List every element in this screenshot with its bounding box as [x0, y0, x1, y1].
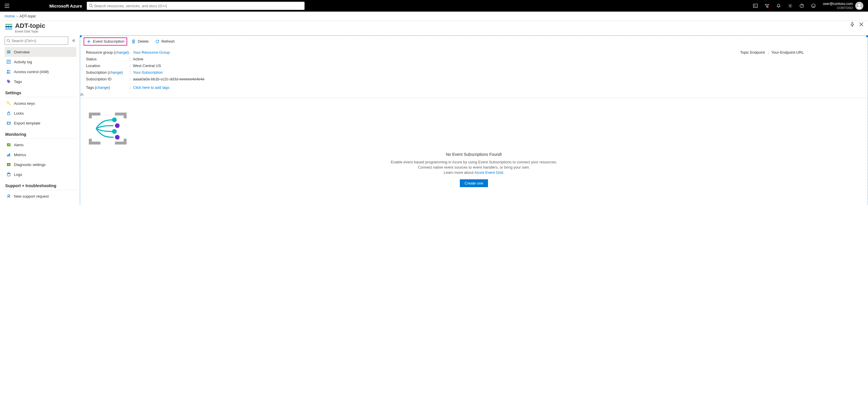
prop-value-location: West Central US: [133, 64, 161, 68]
help-icon[interactable]: [796, 0, 808, 11]
sidebar-item-label: Overview: [14, 50, 30, 54]
main-content: Event Subscription Delete Refresh Resour…: [80, 35, 868, 204]
notifications-icon[interactable]: [773, 0, 784, 11]
alerts-icon: [6, 142, 11, 147]
brand-label[interactable]: Microsoft Azure: [49, 3, 82, 8]
logs-icon: [6, 172, 11, 177]
global-search[interactable]: [87, 2, 305, 10]
svg-point-7: [812, 4, 815, 8]
azure-event-grid-link[interactable]: Azure Event Grid: [474, 170, 503, 175]
sidebar-item-locks[interactable]: Locks: [5, 108, 76, 118]
key-icon: [6, 101, 11, 106]
prop-label-status: Status: [86, 57, 129, 61]
sidebar-search[interactable]: [5, 37, 68, 45]
cloud-shell-icon[interactable]: [749, 0, 761, 11]
breadcrumb: Home › ADT-topic: [0, 11, 868, 21]
sidebar-item-overview[interactable]: Overview: [5, 47, 76, 57]
prop-value-rg[interactable]: Your-Resource-Group: [133, 50, 170, 55]
sidebar-search-input[interactable]: [11, 39, 66, 43]
sidebar-item-new-support-request[interactable]: New support request: [5, 191, 76, 201]
sidebar-item-activity-log[interactable]: Activity log: [5, 57, 76, 67]
create-one-button[interactable]: Create one: [460, 179, 488, 187]
sidebar-item-label: Tags: [14, 79, 22, 84]
global-search-input[interactable]: [94, 4, 302, 8]
export-icon: [6, 121, 11, 125]
prop-label-subid: Subscription ID: [86, 77, 129, 81]
svg-point-34: [8, 195, 9, 196]
avatar: [855, 2, 863, 10]
support-icon: [6, 194, 11, 198]
account-email: user@contoso.com: [823, 2, 853, 6]
svg-point-33: [9, 175, 11, 176]
prop-value-tags[interactable]: Click here to add tags: [133, 85, 169, 90]
sidebar-item-label: Logs: [14, 172, 22, 177]
svg-line-1: [92, 6, 93, 7]
sidebar-item-label: Metrics: [14, 153, 26, 157]
sidebar-item-label: Alerts: [14, 143, 24, 147]
page-title-row: ADT-topic Event Grid Topic: [0, 21, 868, 35]
empty-learn-prefix: Learn more about: [443, 170, 474, 175]
svg-point-10: [858, 4, 861, 6]
sidebar-item-diagnostic-settings[interactable]: Diagnostic settings: [5, 160, 76, 169]
breadcrumb-home[interactable]: Home: [5, 14, 15, 18]
filter-icon[interactable]: [761, 0, 773, 11]
sidebar-item-alerts[interactable]: Alerts: [5, 140, 76, 150]
trash-icon: [131, 39, 136, 44]
svg-point-9: [814, 5, 814, 6]
feedback-icon[interactable]: [808, 0, 819, 11]
svg-point-3: [768, 6, 769, 8]
page-title: ADT-topic: [15, 22, 45, 30]
sidebar-item-label: Locks: [14, 111, 24, 116]
tags-icon: [6, 79, 11, 84]
svg-rect-12: [5, 26, 12, 27]
svg-point-38: [115, 135, 120, 139]
sidebar-item-label: Access keys: [14, 101, 35, 106]
change-tags-link[interactable]: change: [96, 85, 108, 90]
prop-label-sub: Subscription: [86, 70, 107, 74]
toolbar: Event Subscription Delete Refresh: [80, 36, 868, 47]
sidebar-item-label: Export template: [14, 121, 40, 125]
prop-value-sub[interactable]: Your-Subscription: [133, 70, 162, 74]
refresh-icon: [155, 39, 160, 44]
change-sub-link[interactable]: change: [109, 70, 122, 74]
prop-value-subid: aaaa0a0a-bb1b-cc2c-dd3d-eeeeee4e4e4e: [133, 77, 205, 81]
close-icon[interactable]: [859, 22, 863, 26]
account-tenant: CONTOSO: [823, 6, 853, 10]
properties-panel: Resource group (change) : Your-Resource-…: [80, 47, 868, 93]
empty-title: No Event Subscriptions Found!: [86, 152, 862, 157]
account-menu[interactable]: user@contoso.com CONTOSO: [819, 2, 866, 10]
event-grid-topic-icon: [5, 23, 13, 31]
change-rg-link[interactable]: change: [115, 50, 127, 55]
top-icon-bar: [749, 0, 819, 11]
overview-icon: [6, 50, 11, 54]
plus-icon: [87, 39, 91, 44]
refresh-button[interactable]: Refresh: [153, 38, 177, 45]
prop-value-endpoint: Your-Endpoint-URL: [771, 50, 804, 55]
event-subscription-button[interactable]: Event Subscription: [84, 37, 127, 45]
sidebar-section-monitoring: Monitoring: [5, 132, 76, 137]
page-subtitle: Event Grid Topic: [15, 30, 45, 33]
empty-line2: Connect native event sources to event ha…: [86, 165, 862, 170]
delete-button[interactable]: Delete: [129, 38, 151, 45]
sidebar-item-access-keys[interactable]: Access keys: [5, 98, 76, 108]
collapse-properties-icon[interactable]: [80, 93, 868, 98]
sidebar-item-label: New support request: [14, 194, 49, 198]
collapse-sidebar-icon[interactable]: [70, 38, 76, 43]
svg-point-35: [112, 118, 117, 122]
svg-point-4: [789, 5, 791, 6]
prop-label-rg: Resource group: [86, 50, 113, 55]
pin-icon[interactable]: [850, 22, 855, 27]
settings-gear-icon[interactable]: [784, 0, 796, 11]
svg-rect-24: [7, 113, 10, 115]
sidebar-item-metrics[interactable]: Metrics: [5, 150, 76, 160]
sidebar-item-tags[interactable]: Tags: [5, 76, 76, 87]
svg-rect-11: [5, 24, 12, 25]
menu-icon[interactable]: [2, 1, 11, 10]
sidebar-item-export-template[interactable]: Export template: [5, 118, 76, 128]
svg-rect-17: [7, 52, 10, 53]
activity-log-icon: [6, 60, 11, 64]
iam-icon: [6, 69, 11, 74]
svg-point-21: [9, 70, 10, 72]
sidebar-item-iam[interactable]: Access control (IAM): [5, 67, 76, 76]
sidebar-item-logs[interactable]: Logs: [5, 169, 76, 179]
